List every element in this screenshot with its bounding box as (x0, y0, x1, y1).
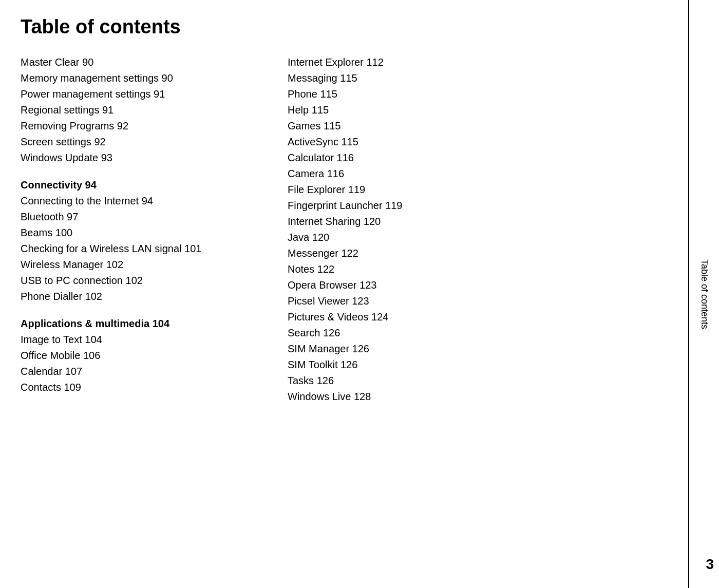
toc-item: Power management settings 91 (21, 86, 267, 102)
right-column: Internet Explorer 112Messaging 115Phone … (288, 54, 668, 405)
left-column: Master Clear 90Memory management setting… (21, 54, 288, 405)
toc-section-header: Applications & multimedia 104 (21, 316, 267, 332)
toc-item: SIM Toolkit 126 (288, 357, 668, 373)
page-container: Table of contents Master Clear 90Memory … (0, 0, 719, 588)
toc-item: Wireless Manager 102 (21, 257, 267, 273)
toc-item: Opera Browser 123 (288, 277, 668, 293)
toc-item: Phone Dialler 102 (21, 289, 267, 305)
toc-item: Beams 100 (21, 225, 267, 241)
toc-item: Games 115 (288, 118, 668, 134)
toc-item: Notes 122 (288, 261, 668, 277)
toc-item: File Explorer 119 (288, 182, 668, 198)
toc-item: Contacts 109 (21, 380, 267, 395)
toc-item: Calculator 116 (288, 150, 668, 166)
toc-item: Phone 115 (288, 86, 668, 102)
toc-item: Pictures & Videos 124 (288, 309, 668, 325)
spacer (21, 305, 267, 311)
page-number: 3 (706, 556, 714, 573)
toc-item: Search 126 (288, 325, 668, 341)
toc-item: Checking for a Wireless LAN signal 101 (21, 241, 267, 257)
toc-item: ActiveSync 115 (288, 134, 668, 150)
toc-section-header: Connectivity 94 (21, 177, 267, 193)
toc-item: Fingerprint Launcher 119 (288, 198, 668, 214)
toc-item: Windows Update 93 (21, 150, 267, 166)
toc-item: SIM Manager 126 (288, 341, 668, 357)
sidebar-rotated-label: Table of contents (699, 259, 710, 329)
toc-item: Memory management settings 90 (21, 70, 267, 86)
toc-item: Internet Sharing 120 (288, 214, 668, 230)
toc-item: Bluetooth 97 (21, 209, 267, 225)
toc-item: Messenger 122 (288, 245, 668, 261)
toc-item: Help 115 (288, 102, 668, 118)
toc-item: Tasks 126 (288, 373, 668, 389)
page-title: Table of contents (21, 15, 668, 39)
toc-item: Calendar 107 (21, 364, 267, 380)
toc-item: Picsel Viewer 123 (288, 293, 668, 309)
toc-item: USB to PC connection 102 (21, 273, 267, 289)
toc-item: Master Clear 90 (21, 54, 267, 70)
two-column-layout: Master Clear 90Memory management setting… (21, 54, 668, 405)
toc-item: Camera 116 (288, 166, 668, 182)
toc-item: Internet Explorer 112 (288, 54, 668, 70)
toc-item: Connecting to the Internet 94 (21, 193, 267, 209)
toc-item: Removing Programs 92 (21, 118, 267, 134)
sidebar-right: Table of contents 3 (688, 0, 719, 588)
spacer (21, 166, 267, 172)
toc-item: Image to Text 104 (21, 332, 267, 348)
toc-item: Regional settings 91 (21, 102, 267, 118)
toc-item: Screen settings 92 (21, 134, 267, 150)
toc-item: Office Mobile 106 (21, 348, 267, 364)
toc-item: Java 120 (288, 230, 668, 245)
toc-item: Messaging 115 (288, 70, 668, 86)
main-content: Table of contents Master Clear 90Memory … (0, 0, 688, 588)
toc-item: Windows Live 128 (288, 389, 668, 405)
